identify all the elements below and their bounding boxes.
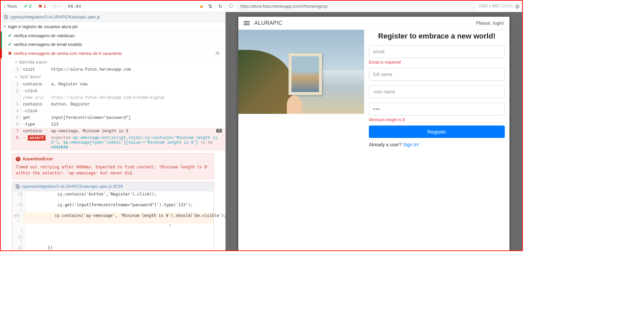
username-field[interactable] bbox=[369, 85, 505, 98]
check-icon: ✔ bbox=[8, 33, 12, 38]
check-icon: ✔ bbox=[8, 42, 12, 47]
form-title: Register to embrace a new world! bbox=[369, 32, 505, 41]
file-icon bbox=[16, 184, 20, 189]
test-row-pass[interactable]: ✔ verifica mensagens de email invalido bbox=[1, 40, 225, 49]
already-user-text: Already a user? Sign In! bbox=[369, 142, 505, 147]
back-label: Tests bbox=[7, 4, 17, 9]
code-line-highlight: 30 | cy.contains('ap-vmessage', 'Mininum… bbox=[12, 213, 214, 223]
command-row[interactable]: 4 -click bbox=[11, 108, 225, 114]
command-row[interactable]: 2 -click bbox=[11, 88, 225, 94]
file-icon bbox=[4, 15, 8, 19]
code-line: 29 | cy.get('input[formcontrolname="pass… bbox=[12, 202, 214, 213]
password-field[interactable] bbox=[369, 103, 505, 115]
command-row-url[interactable]: (new url) https://alura-fotos.herokuapp.… bbox=[11, 94, 225, 101]
command-row-error[interactable]: 7 contains 0 ap-vmessage, Mininum length… bbox=[11, 128, 225, 135]
test-title: verifica mensagens de email invalido bbox=[14, 42, 82, 47]
caret-down-icon bbox=[3, 26, 6, 27]
info-icon[interactable]: i bbox=[515, 4, 519, 9]
preview-header: https://alura-fotos.herokuapp.com/#/home… bbox=[226, 1, 522, 12]
rerun-button[interactable]: ↻ bbox=[216, 3, 225, 9]
refresh-icon: ↻ bbox=[218, 3, 223, 9]
command-row-assert[interactable]: 8 - assert expected ap-vmessage:not(scri… bbox=[11, 135, 225, 151]
code-line: 32 | }) bbox=[12, 245, 214, 250]
duration: 08.84 bbox=[65, 4, 84, 9]
hamburger-icon bbox=[244, 21, 250, 22]
assert-pill: assert bbox=[28, 135, 46, 141]
spec-file-bar[interactable]: cypress/integration/3-ALURAPICK/alurapic… bbox=[1, 12, 225, 22]
code-line: | ^ bbox=[12, 223, 214, 234]
code-line: 28 | cy.contains('button','Register').cl… bbox=[12, 191, 214, 202]
fail-count: ✖ 1 bbox=[35, 4, 49, 9]
test-row-pass[interactable]: ✔ verifica mensagens de validacao bbox=[1, 31, 225, 40]
code-line: 31 | bbox=[12, 234, 214, 245]
code-frame-path[interactable]: cypress/integration/3-ALURAPICK/alurapic… bbox=[12, 182, 214, 191]
x-icon: ✖ bbox=[8, 51, 12, 56]
describe-block[interactable]: login e registro de usuarios alura pic bbox=[1, 22, 225, 31]
pin-badge: 0 bbox=[216, 129, 222, 133]
dot-icon bbox=[200, 5, 203, 8]
email-field[interactable] bbox=[369, 45, 505, 58]
error-message: Timed out retrying after 4000ms: Expecte… bbox=[16, 164, 210, 176]
test-body-label[interactable]: TEST BODY bbox=[1, 73, 225, 81]
hero-image bbox=[238, 30, 364, 114]
picture-frame-icon bbox=[289, 53, 322, 95]
selector-playground-button[interactable] bbox=[228, 3, 233, 9]
app-frame: ALURAPIC Please, login! Register to embr… bbox=[238, 17, 509, 250]
caret-down-icon bbox=[15, 76, 17, 78]
register-button[interactable]: Register bbox=[369, 126, 505, 138]
fullname-field[interactable] bbox=[369, 68, 505, 81]
toggle-autoscroll[interactable]: ⇅ bbox=[206, 3, 215, 9]
caret-down-icon bbox=[15, 62, 17, 63]
check-icon: ✔ bbox=[24, 4, 28, 9]
email-error: Email is required! bbox=[369, 60, 505, 65]
before-each-label[interactable]: BEFORE EACH bbox=[1, 58, 225, 66]
spec-file-path: cypress/integration/3-ALURAPICK/alurapic… bbox=[10, 15, 100, 19]
svg-point-0 bbox=[229, 4, 233, 7]
pass-count: ✔ 2 bbox=[21, 4, 35, 9]
command-row[interactable]: 1 visit https://alura-fotos.herokuapp.co… bbox=[11, 66, 225, 73]
signup-form: Register to embrace a new world! Email i… bbox=[364, 30, 509, 147]
pending-icon: ◌ bbox=[53, 4, 57, 9]
status-dot bbox=[197, 3, 206, 9]
back-to-tests[interactable]: ‹ Tests bbox=[1, 4, 20, 9]
command-row[interactable]: 5 get input[formcontrolname="password"] bbox=[11, 114, 225, 121]
test-title: verifica mensagens de senha com menios d… bbox=[14, 51, 122, 56]
command-row[interactable]: 1 contains a, Register now bbox=[11, 81, 225, 88]
brand-title: ALURAPIC bbox=[254, 20, 283, 26]
test-row-fail[interactable]: ✖ verifica mensagens de senha com menios… bbox=[1, 49, 225, 58]
describe-title: login e registro de usuarios alura pic bbox=[8, 24, 78, 29]
runner-header: ‹ Tests ✔ 2 ✖ 1 ◌ -- 08.84 bbox=[1, 1, 225, 12]
error-heading: ! AssertionError bbox=[16, 156, 210, 161]
command-row[interactable]: 6 -type 123 bbox=[11, 121, 225, 128]
menu-button[interactable] bbox=[244, 21, 250, 25]
viewport-dimensions: 1000 x 660 (100%) i bbox=[479, 4, 519, 9]
error-icon: ! bbox=[16, 157, 20, 161]
code-frame: cypress/integration/3-ALURAPICK/alurapic… bbox=[12, 182, 214, 250]
x-icon: ✖ bbox=[38, 4, 42, 9]
test-title: verifica mensagens de validacao bbox=[14, 33, 74, 38]
signin-link[interactable]: Sign In! bbox=[403, 142, 419, 147]
assertion-error-box: ! AssertionError Timed out retrying afte… bbox=[12, 153, 214, 179]
password-error: Mininum length is 8 bbox=[369, 118, 505, 122]
updown-icon: ⇅ bbox=[208, 3, 213, 9]
pending-count: ◌ -- bbox=[50, 4, 64, 9]
url-bar[interactable]: https://alura-fotos.herokuapp.com/#/home… bbox=[237, 2, 475, 10]
chevron-left-icon: ‹ bbox=[4, 4, 5, 9]
command-row[interactable]: 3 contains button, Register bbox=[11, 101, 225, 108]
app-navbar: ALURAPIC Please, login! bbox=[238, 17, 509, 30]
app-preview-viewport: ALURAPIC Please, login! Register to embr… bbox=[226, 12, 522, 250]
warning-icon bbox=[215, 51, 220, 56]
please-login-link[interactable]: Please, login! bbox=[476, 20, 504, 26]
